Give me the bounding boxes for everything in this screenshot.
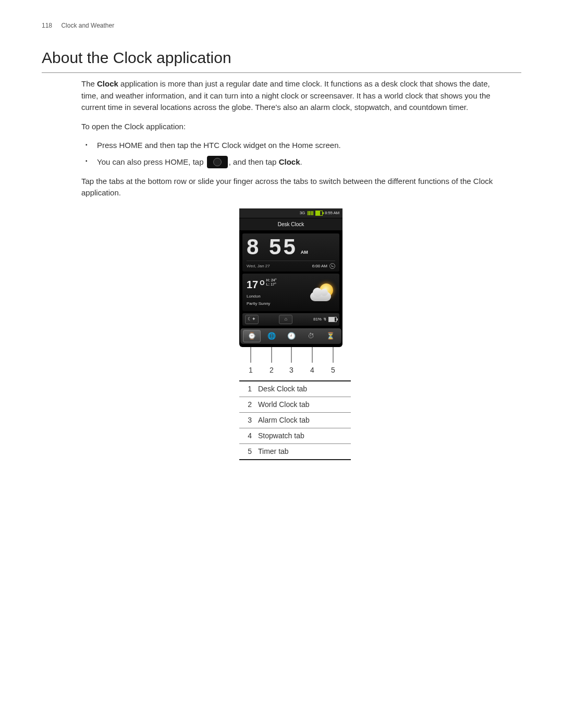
section-label: Clock and Weather (61, 22, 114, 29)
bullet-home-widget: Press HOME and then tap the HTC Clock wi… (94, 140, 509, 152)
tab-alarm-clock[interactable]: 🕘 (283, 330, 300, 342)
weather-condition: Partly Sunny (247, 301, 277, 307)
bullet-home-apps: You can also press HOME, tap ⊙, and then… (94, 156, 509, 168)
tabs-instruction-paragraph: Tap the tabs at the bottom row or slide … (81, 176, 509, 199)
controls-bar: ☾✦ ⌂ 81% ↯ (242, 313, 339, 326)
alarm-icon (329, 263, 335, 269)
next-alarm-time: 6:00 AM (312, 263, 327, 269)
signal-icon (307, 211, 313, 215)
table-row: 5Timer tab (239, 443, 351, 460)
tab-timer[interactable]: ⏳ (322, 330, 339, 342)
battery-icon (315, 211, 323, 216)
weather-panel: 17O H: 24° L: 17° London Partly Sunny (242, 274, 339, 311)
apps-grid-icon: ⊙ (207, 156, 228, 168)
figure: 3G 8:55 AM Desk Clock 8 55 AM Wed, Jan 2… (239, 208, 351, 460)
tab-bar: ⌚ 🌐 🕘 ⏱ ⏳ (240, 328, 341, 344)
tab-stopwatch[interactable]: ⏱ (303, 330, 320, 342)
charging-icon: ↯ (323, 316, 327, 323)
legend-table: 1Desk Clock tab 2World Clock tab 3Alarm … (239, 380, 351, 460)
app-title-bar: Desk Clock (239, 218, 342, 231)
table-row: 1Desk Clock tab (239, 381, 351, 397)
clock-panel: 8 55 AM Wed, Jan 27 6:00 AM (242, 233, 339, 272)
intro-paragraph: The Clock application is more than just … (81, 78, 509, 114)
callout-number: 1 (248, 365, 254, 376)
weather-low: L: 17° (266, 282, 277, 287)
dimmer-button[interactable]: ☾✦ (245, 315, 259, 324)
status-time: 8:55 AM (325, 210, 339, 216)
weather-temperature: 17 (247, 277, 258, 292)
tab-world-clock[interactable]: 🌐 (263, 330, 280, 342)
callout-number: 5 (330, 365, 336, 376)
page-header: 118 Clock and Weather (42, 21, 521, 30)
page-title: About the Clock application (42, 46, 521, 73)
battery-bar-icon (328, 317, 337, 322)
open-instructions-label: To open the Clock application: (81, 121, 509, 133)
degree-symbol: O (260, 277, 264, 288)
dock-button[interactable]: ⌂ (279, 315, 292, 324)
battery-percentage: 81% (313, 316, 322, 323)
tab-desk-clock[interactable]: ⌚ (243, 330, 261, 342)
table-row: 4Stopwatch tab (239, 428, 351, 443)
phone-screenshot: 3G 8:55 AM Desk Clock 8 55 AM Wed, Jan 2… (239, 208, 342, 347)
page-number: 118 (42, 22, 52, 29)
status-bar: 3G 8:55 AM (239, 208, 342, 218)
weather-high: H: 24° (266, 278, 277, 282)
network-label: 3G (300, 210, 305, 216)
cloud-icon (310, 292, 331, 301)
clock-time: 8 55 (247, 236, 298, 258)
clock-date: Wed, Jan 27 (247, 263, 270, 269)
weather-graphic (310, 281, 335, 302)
callout-number: 2 (268, 365, 275, 376)
table-row: 2World Clock tab (239, 397, 351, 412)
table-row: 3Alarm Clock tab (239, 412, 351, 428)
clock-ampm: AM (301, 250, 308, 258)
callout-lines: 1 2 3 4 5 (239, 347, 342, 373)
weather-location: London (247, 293, 277, 300)
callout-number: 3 (288, 365, 295, 376)
callout-number: 4 (309, 365, 315, 376)
